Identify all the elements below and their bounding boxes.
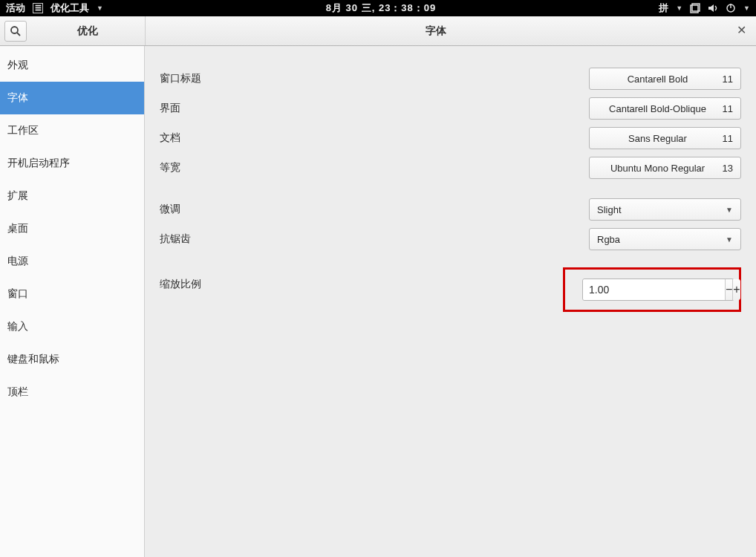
page-title: 字体 <box>145 25 726 38</box>
font-name: Cantarell Bold-Oblique <box>597 103 718 114</box>
scaling-input[interactable] <box>583 279 725 300</box>
font-size: 11 <box>718 133 733 144</box>
activities-button[interactable]: 活动 <box>6 1 25 15</box>
font-size: 11 <box>718 103 733 114</box>
label-interface: 界面 <box>160 102 382 115</box>
chevron-down-icon: ▼ <box>726 206 733 214</box>
sidebar-item-label: 输入 <box>7 320 28 333</box>
font-size: 13 <box>718 163 733 174</box>
row-interface: 界面 Cantarell Bold-Oblique 11 <box>160 94 741 123</box>
scaling-increment-button[interactable]: + <box>732 279 740 300</box>
row-window-titles: 窗口标题 Cantarell Bold 11 <box>160 64 741 94</box>
close-button[interactable]: ✕ <box>734 22 749 37</box>
sidebar-item-label: 开机启动程序 <box>7 157 70 170</box>
label-documents: 文档 <box>160 131 382 145</box>
row-hinting: 微调 Slight ▼ <box>160 195 741 224</box>
close-icon: ✕ <box>737 23 746 37</box>
sidebar-title: 优化 <box>30 25 145 38</box>
sidebar-item-desktop[interactable]: 桌面 <box>0 212 144 245</box>
combo-hinting[interactable]: Slight ▼ <box>589 198 741 221</box>
chevron-down-icon: ▼ <box>676 4 682 12</box>
sidebar-item-fonts[interactable]: 字体 <box>0 82 144 114</box>
sidebar-item-top-bar[interactable]: 顶栏 <box>0 376 144 408</box>
sidebar-item-appearance[interactable]: 外观 <box>0 49 144 82</box>
svg-marker-2 <box>708 4 714 12</box>
label-antialiasing: 抗锯齿 <box>160 232 382 246</box>
row-scaling: 缩放比例 − + <box>160 260 741 312</box>
highlight-annotation: − + <box>563 267 741 312</box>
row-monospace: 等宽 Ubuntu Mono Regular 13 <box>160 153 741 183</box>
chevron-down-icon: ▼ <box>743 4 750 12</box>
font-button-window-titles[interactable]: Cantarell Bold 11 <box>589 68 741 90</box>
svg-point-5 <box>11 27 18 33</box>
sidebar-item-label: 电源 <box>7 255 28 268</box>
content-pane: 窗口标题 Cantarell Bold 11 界面 Cantarell Bold… <box>145 46 756 557</box>
plus-icon: + <box>733 283 740 296</box>
font-size: 11 <box>718 74 733 85</box>
combo-value: Slight <box>597 204 726 215</box>
label-window-titles: 窗口标题 <box>160 72 382 85</box>
combo-antialiasing[interactable]: Rgba ▼ <box>589 228 741 250</box>
tweaks-window: 优化 字体 ✕ 外观 字体 工作区 开机启动程序 扩展 桌面 电源 窗口 输入 … <box>0 16 756 557</box>
label-monospace: 等宽 <box>160 161 382 175</box>
search-button[interactable] <box>4 21 27 42</box>
sidebar-item-extensions[interactable]: 扩展 <box>0 180 144 212</box>
scaling-spinbutton[interactable]: − + <box>582 278 734 301</box>
search-icon <box>10 25 22 37</box>
sidebar-item-label: 顶栏 <box>7 385 28 399</box>
sidebar-item-label: 窗口 <box>7 287 28 301</box>
sidebar-item-label: 外观 <box>7 59 28 72</box>
sidebar-item-windows[interactable]: 窗口 <box>0 278 144 310</box>
minus-icon: − <box>726 283 732 296</box>
sidebar-item-startup-apps[interactable]: 开机启动程序 <box>0 147 144 180</box>
sidebar-item-workspaces[interactable]: 工作区 <box>0 114 144 147</box>
sidebar-item-keyboard-mouse[interactable]: 键盘和鼠标 <box>0 343 144 376</box>
chevron-down-icon: ▼ <box>97 4 103 12</box>
sidebar-item-label: 工作区 <box>7 124 39 137</box>
system-top-bar: 活动 ☰ 优化工具 ▼ 8月 30 三, 23：38：09 拼 ▼ ▼ <box>0 0 756 16</box>
label-scaling: 缩放比例 <box>160 260 382 291</box>
app-indicator-icon: ☰ <box>33 3 43 13</box>
font-button-interface[interactable]: Cantarell Bold-Oblique 11 <box>589 97 741 120</box>
sidebar-item-typing[interactable]: 输入 <box>0 310 144 343</box>
font-name: Sans Regular <box>597 133 718 144</box>
scaling-decrement-button[interactable]: − <box>725 279 732 300</box>
clock-label[interactable]: 8月 30 三, 23：38：09 <box>103 1 659 15</box>
svg-line-6 <box>17 33 20 36</box>
font-name: Cantarell Bold <box>597 74 718 85</box>
sidebar-item-power[interactable]: 电源 <box>0 245 144 278</box>
input-method-label[interactable]: 拼 <box>659 1 668 15</box>
label-hinting: 微调 <box>160 203 382 216</box>
row-documents: 文档 Sans Regular 11 <box>160 123 741 153</box>
power-icon[interactable] <box>726 3 736 13</box>
titlebar: 优化 字体 ✕ <box>0 16 756 46</box>
font-name: Ubuntu Mono Regular <box>597 163 718 174</box>
window-restore-icon[interactable] <box>690 3 700 13</box>
font-button-monospace[interactable]: Ubuntu Mono Regular 13 <box>589 157 741 179</box>
sidebar-item-label: 扩展 <box>7 189 28 203</box>
row-antialiasing: 抗锯齿 Rgba ▼ <box>160 224 741 254</box>
sidebar-item-label: 字体 <box>7 91 28 105</box>
combo-value: Rgba <box>597 234 726 245</box>
chevron-down-icon: ▼ <box>726 235 733 244</box>
volume-icon[interactable] <box>708 3 718 13</box>
sidebar-item-label: 桌面 <box>7 222 28 235</box>
font-button-documents[interactable]: Sans Regular 11 <box>589 127 741 149</box>
app-menu-label[interactable]: 优化工具 <box>50 1 89 15</box>
sidebar-item-label: 键盘和鼠标 <box>7 353 59 366</box>
sidebar: 外观 字体 工作区 开机启动程序 扩展 桌面 电源 窗口 输入 键盘和鼠标 顶栏 <box>0 46 145 557</box>
